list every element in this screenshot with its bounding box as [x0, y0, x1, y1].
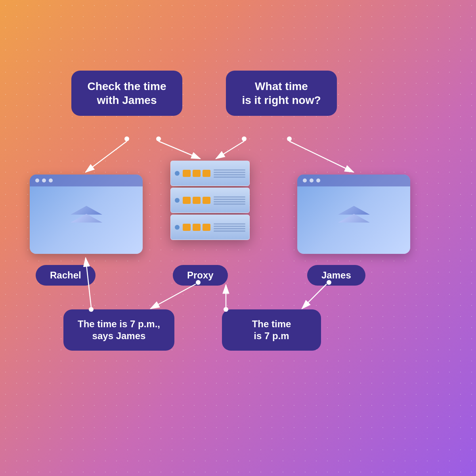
rack-slot-1c: [203, 170, 210, 177]
rack-slots-2: [183, 197, 210, 204]
svg-line-6: [216, 141, 244, 159]
svg-point-3: [156, 136, 161, 141]
bubble-check-time: Check the time with James: [71, 71, 182, 116]
diagram: Check the time with James What time is i…: [0, 0, 476, 476]
james-dot-2: [310, 178, 314, 182]
rack-lines-3: [214, 223, 245, 232]
james-chevron-1: [338, 206, 370, 215]
svg-line-8: [289, 141, 354, 172]
rack-lines-1: [214, 169, 245, 178]
james-title-bar: [297, 175, 410, 186]
rachel-title-bar: [30, 175, 143, 186]
rack-slot-1b: [193, 170, 201, 177]
svg-line-4: [159, 141, 200, 159]
svg-point-5: [242, 136, 247, 141]
label-james: James: [307, 265, 365, 286]
james-dot-1: [303, 178, 307, 182]
bubble-what-time: What time is it right now?: [226, 71, 337, 116]
james-layers-icon: [338, 206, 370, 223]
svg-line-14: [302, 284, 327, 309]
rack-line-3a: [214, 223, 245, 225]
rack-unit-1: [170, 161, 250, 186]
rack-unit-2: [170, 188, 250, 213]
rachel-layers-icon: [71, 206, 102, 223]
rack-line-2a: [214, 196, 245, 198]
label-rachel: Rachel: [36, 265, 96, 286]
rachel-dot-1: [35, 178, 39, 182]
rack-line-2d: [214, 203, 245, 205]
rachel-dot-2: [42, 178, 46, 182]
rack-indicator-2: [175, 198, 180, 203]
svg-point-7: [287, 136, 292, 141]
rachel-card-body: [30, 186, 143, 242]
rack-line-1b: [214, 172, 245, 173]
rack-slots-3: [183, 224, 210, 231]
rack-unit-3: [170, 215, 250, 240]
rack-line-3b: [214, 226, 245, 227]
rack-indicator-3: [175, 225, 180, 230]
bubble-time-is-7pm: The time is 7 p.m: [222, 309, 321, 351]
svg-line-2: [86, 141, 127, 172]
rack-indicator-1: [175, 171, 180, 176]
rack-line-1d: [214, 177, 245, 178]
james-dot-3: [316, 178, 320, 182]
rachel-chevron-1: [71, 206, 102, 215]
rack-line-2c: [214, 201, 245, 202]
rack-slot-3b: [193, 224, 201, 231]
rack-line-1a: [214, 169, 245, 171]
svg-line-10: [151, 284, 196, 309]
rack-slot-2a: [183, 197, 191, 204]
rack-slot-3c: [203, 224, 210, 231]
rack-line-2b: [214, 199, 245, 200]
rack-line-3d: [214, 230, 245, 232]
rack-slot-1a: [183, 170, 191, 177]
server-rack: [170, 161, 250, 240]
rack-lines-2: [214, 196, 245, 205]
svg-point-1: [124, 136, 129, 141]
rack-slots-1: [183, 170, 210, 177]
bubble-time-says-james: The time is 7 p.m., says James: [63, 309, 174, 351]
label-proxy: Proxy: [173, 265, 228, 286]
rack-slot-3a: [183, 224, 191, 231]
rachel-chevron-2: [71, 214, 102, 223]
rack-slot-2b: [193, 197, 201, 204]
rack-line-3c: [214, 228, 245, 229]
rack-slot-2c: [203, 197, 210, 204]
rack-line-1c: [214, 174, 245, 175]
rachel-dot-3: [49, 178, 53, 182]
rachel-browser-card: [30, 175, 143, 254]
james-chevron-2: [338, 214, 370, 223]
james-browser-card: [297, 175, 410, 254]
james-card-body: [297, 186, 410, 242]
